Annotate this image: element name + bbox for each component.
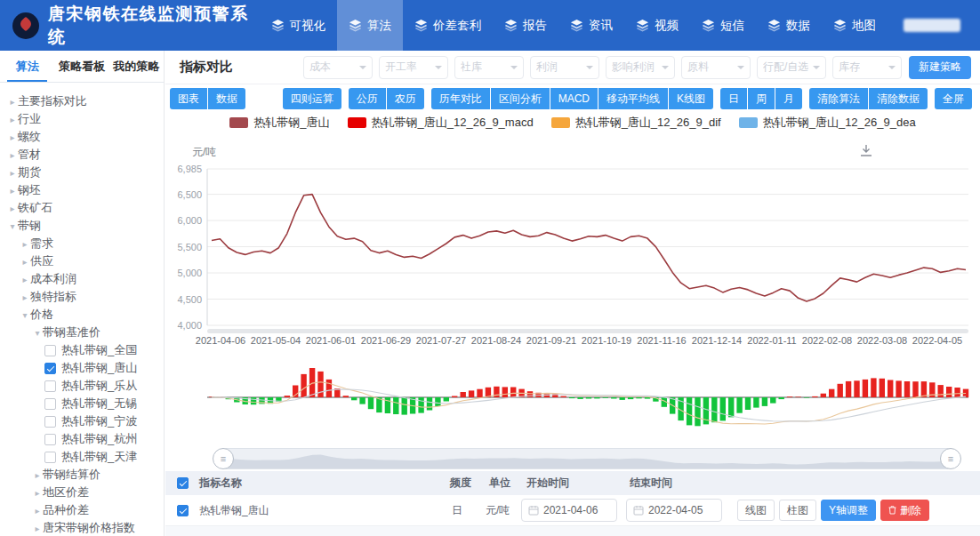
chart-button-MACD[interactable]: MACD	[550, 88, 598, 109]
expand-arrow-icon[interactable]: ▸	[7, 132, 18, 142]
sidebar-tab-策略看板[interactable]: 策略看板	[54, 51, 108, 82]
chart-button-清除数据[interactable]: 清除数据	[869, 88, 928, 109]
nav-item-短信[interactable]: 短信	[690, 0, 756, 51]
tree-item-成本利润[interactable]: ▸成本利润	[0, 270, 164, 288]
row-checkbox[interactable]	[177, 505, 189, 516]
tree-checkbox[interactable]	[44, 452, 56, 463]
collapse-arrow-icon[interactable]: ▾	[32, 328, 43, 338]
tree-item-价格[interactable]: ▾价格	[0, 306, 164, 324]
filter-dropdown-成本[interactable]: 成本	[303, 56, 373, 79]
tree-item-热轧带钢_全国[interactable]: 热轧带钢_全国	[0, 341, 164, 359]
filter-dropdown-社库[interactable]: 社库	[454, 56, 524, 79]
sidebar-tab-算法[interactable]: 算法	[0, 51, 54, 82]
tree-item-螺纹[interactable]: ▸螺纹	[0, 128, 164, 146]
tree-item-独特指标[interactable]: ▸独特指标	[0, 288, 164, 306]
collapse-arrow-icon[interactable]: ▾	[7, 221, 18, 231]
tree-item-热轧带钢_宁波[interactable]: 热轧带钢_宁波	[0, 412, 164, 430]
tree-checkbox[interactable]	[44, 380, 56, 392]
expand-arrow-icon[interactable]: ▸	[20, 257, 30, 267]
legend-item-热轧带钢_唐山[interactable]: 热轧带钢_唐山	[229, 115, 329, 131]
filter-dropdown-影响利润[interactable]: 影响利润	[606, 56, 675, 79]
line-chart-button[interactable]: 线图	[737, 500, 775, 521]
expand-arrow-icon[interactable]: ▸	[7, 186, 18, 196]
chart-button-周[interactable]: 周	[748, 88, 775, 109]
expand-arrow-icon[interactable]: ▸	[20, 275, 30, 284]
chart-button-区间分析[interactable]: 区间分析	[491, 88, 550, 109]
chart-button-全屏[interactable]: 全屏	[935, 88, 972, 109]
expand-arrow-icon[interactable]: ▸	[7, 204, 18, 213]
user-name-redacted[interactable]	[904, 19, 960, 32]
chart-button-K线图[interactable]: K线图	[669, 88, 713, 109]
legend-item-热轧带钢_唐山_12_26_9_macd[interactable]: 热轧带钢_唐山_12_26_9_macd	[348, 115, 534, 131]
tree-item-带钢基准价[interactable]: ▾带钢基准价	[0, 324, 164, 341]
collapse-arrow-icon[interactable]: ▾	[20, 310, 30, 320]
tree-checkbox[interactable]	[44, 363, 56, 374]
chart-button-月[interactable]: 月	[775, 88, 802, 109]
start-date-input[interactable]: 2021-04-06	[521, 499, 617, 522]
tree-item-钢坯[interactable]: ▸钢坯	[0, 181, 164, 199]
nav-item-资讯[interactable]: 资讯	[558, 0, 624, 51]
chart-button-数据[interactable]: 数据	[208, 88, 245, 109]
tree-checkbox[interactable]	[44, 345, 56, 356]
expand-arrow-icon[interactable]: ▸	[32, 488, 43, 498]
datazoom-track[interactable]	[223, 448, 951, 469]
tree-checkbox[interactable]	[44, 416, 56, 428]
tree-item-品种价差[interactable]: ▸品种价差	[0, 501, 164, 519]
filter-dropdown-行配/自选[interactable]: 行配/自选	[757, 56, 826, 79]
y-axis-adjust-button[interactable]: Y轴调整	[821, 500, 876, 521]
chart-button-日[interactable]: 日	[720, 88, 747, 109]
tree-item-热轧带钢_杭州[interactable]: 热轧带钢_杭州	[0, 430, 164, 448]
expand-arrow-icon[interactable]: ▸	[7, 168, 18, 178]
tree-item-行业[interactable]: ▸行业	[0, 110, 164, 128]
tree-item-期货[interactable]: ▸期货	[0, 164, 164, 181]
expand-arrow-icon[interactable]: ▸	[7, 97, 18, 107]
expand-arrow-icon[interactable]: ▸	[32, 470, 43, 480]
tree-item-热轧带钢_唐山[interactable]: 热轧带钢_唐山	[0, 359, 164, 377]
macd-chart[interactable]	[165, 357, 980, 439]
tree-item-带钢结算价[interactable]: ▸带钢结算价	[0, 466, 164, 484]
nav-item-价差套利[interactable]: 价差套利	[403, 0, 493, 51]
tree-item-供应[interactable]: ▸供应	[0, 252, 164, 270]
expand-arrow-icon[interactable]: ▸	[7, 115, 18, 124]
filter-dropdown-原料[interactable]: 原料	[681, 56, 751, 79]
end-date-input[interactable]: 2022-04-05	[626, 499, 722, 522]
expand-arrow-icon[interactable]: ▸	[32, 506, 43, 516]
filter-dropdown-库存[interactable]: 库存	[832, 56, 902, 79]
chart-button-历年对比[interactable]: 历年对比	[431, 88, 490, 109]
delete-button[interactable]: 删除	[880, 500, 929, 521]
tree-item-地区价差[interactable]: ▸地区价差	[0, 484, 164, 501]
nav-item-视频[interactable]: 视频	[624, 0, 690, 51]
nav-item-算法[interactable]: 算法	[337, 0, 403, 51]
sidebar-tab-我的策略[interactable]: 我的策略	[109, 51, 164, 82]
tree-item-主要指标对比[interactable]: ▸主要指标对比	[0, 92, 164, 110]
tree-item-带钢[interactable]: ▾带钢	[0, 217, 164, 235]
price-chart[interactable]: 元/吨 6,9856,5006,0005,5005,0004,5004,0002…	[165, 132, 980, 353]
expand-arrow-icon[interactable]: ▸	[32, 524, 43, 533]
select-all-checkbox[interactable]	[177, 477, 189, 489]
tree-checkbox[interactable]	[44, 434, 56, 445]
nav-item-报告[interactable]: 报告	[493, 0, 558, 51]
tree-item-热轧带钢_无锡[interactable]: 热轧带钢_无锡	[0, 395, 164, 412]
filter-dropdown-利润[interactable]: 利润	[530, 56, 599, 79]
tree-item-热轧带钢_乐从[interactable]: 热轧带钢_乐从	[0, 377, 164, 395]
tree-item-热轧带钢_天津[interactable]: 热轧带钢_天津	[0, 448, 164, 466]
new-strategy-button[interactable]: 新建策略	[909, 56, 971, 79]
tree-item-需求[interactable]: ▸需求	[0, 235, 164, 252]
chart-button-清除算法[interactable]: 清除算法	[809, 88, 868, 109]
legend-item-热轧带钢_唐山_12_26_9_dea[interactable]: 热轧带钢_唐山_12_26_9_dea	[739, 115, 916, 131]
bar-chart-button[interactable]: 柱图	[779, 500, 816, 521]
expand-arrow-icon[interactable]: ▸	[7, 150, 18, 160]
nav-item-数据[interactable]: 数据	[756, 0, 822, 51]
expand-arrow-icon[interactable]: ▸	[20, 239, 30, 249]
filter-dropdown-开工率[interactable]: 开工率	[379, 56, 448, 79]
chart-button-四则运算[interactable]: 四则运算	[283, 88, 341, 109]
tree-checkbox[interactable]	[44, 398, 56, 410]
tree-item-管材[interactable]: ▸管材	[0, 146, 164, 164]
tree-item-唐宋带钢价格指数[interactable]: ▸唐宋带钢价格指数	[0, 519, 164, 536]
datazoom-left-handle[interactable]: ≡	[213, 448, 234, 469]
chart-button-移动平均线[interactable]: 移动平均线	[598, 88, 668, 109]
chart-button-农历[interactable]: 农历	[387, 88, 424, 109]
expand-arrow-icon[interactable]: ▸	[20, 292, 30, 302]
datazoom-right-handle[interactable]: ≡	[940, 448, 961, 469]
chart-button-公历[interactable]: 公历	[349, 88, 386, 109]
